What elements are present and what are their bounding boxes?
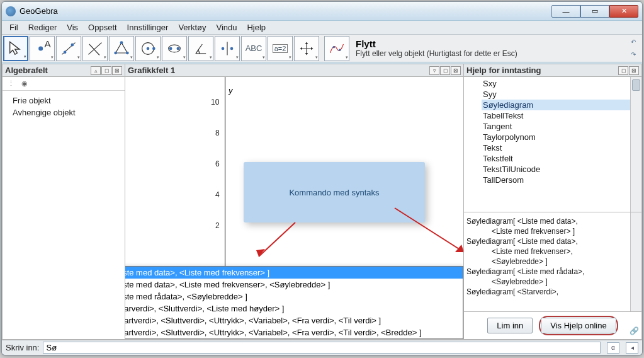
redo-button[interactable]: ↷ [627, 49, 640, 61]
menu-vindu[interactable]: Vindu [211, 21, 242, 34]
scroll-thumb[interactable] [632, 79, 640, 91]
undo-button[interactable]: ↶ [627, 37, 640, 48]
y-axis-label: y [229, 86, 233, 95]
menu-vis[interactable]: Vis [62, 21, 83, 34]
svg-point-3 [64, 50, 67, 54]
svg-point-13 [152, 47, 155, 50]
minimize-button[interactable]: — [551, 5, 580, 18]
algebra-item[interactable]: Avhengige objekt [13, 107, 115, 118]
panel-window-icon[interactable]: ◻ [440, 66, 450, 75]
panel-window-icon[interactable]: ◻ [618, 66, 628, 75]
help-list-item[interactable]: Søylediagram [482, 100, 641, 110]
help-panel: Hjelp for inntasting ◻ ⊠ Sxy Syy Søyledi… [464, 64, 642, 340]
workarea: Algebrafelt ▵ ◻ ⊠ ⋮ ◉ Frie objekt Avheng… [2, 64, 642, 340]
panel-close-icon[interactable]: ⊠ [451, 66, 461, 75]
autocomplete-item[interactable]: Søylediagram[ <Liste med rådata>, <Søyle… [125, 291, 463, 303]
autocomplete-popup: Søylediagram[ <Liste med data>, <Liste m… [125, 266, 463, 339]
tool-polygon[interactable]: ▾ [109, 36, 134, 61]
help-buttons-row: Lim inn Vis Hjelp online 🔗 [464, 311, 641, 339]
algebra-panel: Algebrafelt ▵ ◻ ⊠ ⋮ ◉ Frie objekt Avheng… [2, 64, 125, 340]
panel-window-icon[interactable]: ◻ [101, 66, 111, 75]
input-bar: Skriv inn: α ◂ [2, 340, 642, 355]
svg-line-24 [259, 222, 295, 257]
tool-point[interactable]: A▾ [30, 36, 55, 61]
algebra-item[interactable]: Frie objekt [13, 95, 115, 107]
menu-fil[interactable]: Fil [4, 21, 23, 34]
arrow-icon [251, 219, 302, 263]
aux-objects-icon[interactable]: ◉ [20, 79, 29, 88]
help-list-item[interactable]: TekstTilUnicode [482, 164, 641, 175]
help-header: Hjelp for inntasting ◻ ⊠ [464, 64, 641, 77]
menu-verktoy[interactable]: Verktøy [173, 21, 211, 34]
show-help-online-button[interactable]: Vis Hjelp online [541, 318, 616, 333]
maximize-button[interactable]: ▭ [580, 5, 609, 18]
y-tick: 4 [215, 190, 220, 199]
scrollbar[interactable] [630, 212, 641, 311]
annotation-text: Kommando med syntaks [289, 188, 379, 197]
tool-function-inspector[interactable]: ▾ [324, 36, 349, 61]
svg-point-0 [38, 46, 43, 50]
scrollbar[interactable] [630, 77, 641, 212]
help-list-item[interactable]: TallDersom [482, 175, 641, 185]
menu-hjelp[interactable]: Hjelp [242, 21, 271, 34]
panel-close-icon[interactable]: ⊠ [629, 66, 639, 75]
svg-point-10 [114, 51, 117, 54]
y-tick: 2 [215, 221, 220, 230]
tool-circle[interactable]: ▾ [135, 36, 161, 61]
tool-move-view[interactable]: ▾ [294, 36, 319, 61]
help-list-item[interactable]: Tekstfelt [482, 153, 641, 164]
menu-innstillinger[interactable]: Innstillinger [122, 21, 174, 34]
algebra-title: Algebrafelt [5, 66, 48, 75]
scroll-thumb[interactable] [631, 212, 641, 231]
autocomplete-item[interactable]: Søylediagram[ <Liste med data>, <Liste m… [125, 267, 463, 279]
close-button[interactable]: ✕ [609, 5, 638, 18]
help-list-item[interactable]: Sxy [482, 78, 641, 89]
autocomplete-item[interactable]: Søylediagram[ <Startverdi>, <Sluttverdi>… [125, 326, 463, 338]
panel-toggle-icon[interactable]: ▿ [429, 66, 439, 75]
svg-marker-25 [256, 249, 265, 257]
command-input[interactable] [43, 342, 601, 354]
tool-move[interactable]: ▾ [3, 36, 28, 61]
tool-slider[interactable]: a=2▾ [268, 36, 293, 61]
tree-mode-icon[interactable]: ⋮ [6, 79, 15, 88]
autocomplete-item[interactable]: Søylediagram[ <Startverdi>, <Sluttverdi>… [125, 315, 463, 326]
panel-close-icon[interactable]: ⊠ [112, 66, 122, 75]
syntax-line: Søylediagram[ <Liste med rådata>, [466, 267, 639, 277]
abc-label: ABC [246, 43, 263, 53]
toolbar-right: ↶ ↷ [627, 37, 641, 61]
app-icon [6, 6, 16, 16]
graphics-title: Grafikkfelt 1 [128, 66, 175, 75]
svg-point-8 [120, 41, 123, 44]
help-list-item[interactable]: Taylorpolynom [482, 132, 641, 142]
titlebar: GeoGebra — ▭ ✕ [2, 2, 642, 21]
svg-line-5 [89, 42, 102, 54]
menu-rediger[interactable]: Rediger [23, 21, 62, 34]
help-link-icon[interactable]: 🔗 [630, 326, 639, 335]
panel-toggle-icon[interactable]: ▵ [91, 66, 101, 75]
menu-oppsett[interactable]: Oppsett [83, 21, 122, 34]
tool-ellipse[interactable]: ▾ [162, 36, 187, 61]
window-title: GeoGebra [20, 6, 58, 16]
menubar: Fil Rediger Vis Oppsett Innstillinger Ve… [2, 21, 642, 35]
tool-text[interactable]: ABC▾ [241, 36, 266, 61]
svg-marker-7 [116, 42, 128, 52]
help-list-item[interactable]: Syy [482, 89, 641, 100]
autocomplete-item[interactable]: Søylediagram[ <Starverdi>, <Sluttverdi>,… [125, 303, 463, 315]
symbol-picker-button[interactable]: α [607, 342, 619, 354]
history-button[interactable]: ◂ [626, 342, 638, 354]
tool-angle[interactable]: ▾ [188, 36, 213, 61]
algebra-toolbar: ⋮ ◉ [3, 77, 125, 91]
graphics-canvas[interactable]: y 10 8 6 4 2 Kommando med syntaks Søyled… [125, 77, 463, 339]
help-list-item[interactable]: TabellTekst [482, 110, 641, 121]
paste-button[interactable]: Lim inn [487, 318, 533, 333]
tool-reflect[interactable]: ▾ [215, 36, 240, 61]
autocomplete-item[interactable]: Søylediagram[ <Liste med data>, <Liste m… [125, 279, 463, 291]
tool-line[interactable]: ▾ [56, 36, 81, 61]
help-list-item[interactable]: Tekst [482, 142, 641, 153]
help-list-item[interactable]: Tangent [482, 121, 641, 132]
svg-point-15 [169, 47, 172, 50]
algebra-body: Frie objekt Avhengige objekt [3, 91, 125, 122]
svg-point-16 [177, 47, 180, 50]
help-syntax-box: Søylediagram[ <Liste med data>, <Liste m… [464, 212, 641, 311]
tool-perpendicular[interactable]: ▾ [82, 36, 108, 61]
